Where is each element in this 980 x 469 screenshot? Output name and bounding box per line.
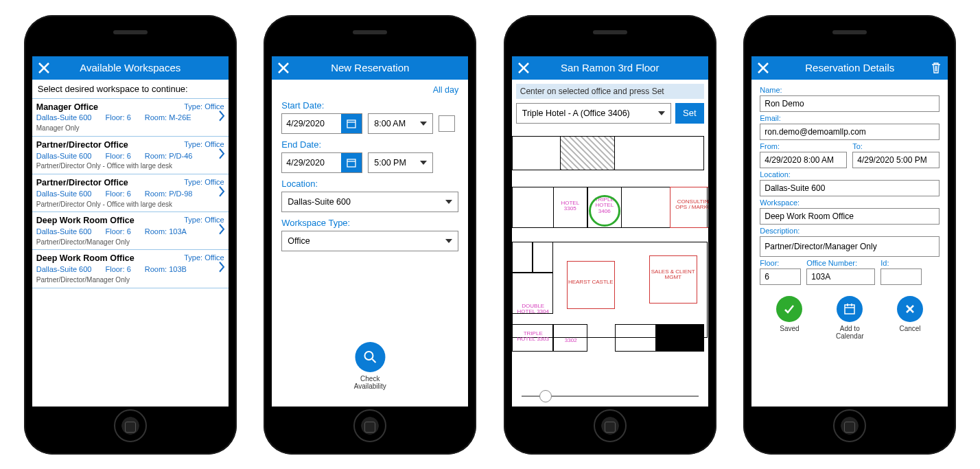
end-time-select[interactable]: 5:00 PM bbox=[368, 152, 433, 173]
id-label: Id: bbox=[880, 259, 922, 267]
id-field[interactable] bbox=[880, 268, 922, 285]
delete-icon[interactable] bbox=[924, 56, 948, 80]
floor-field[interactable] bbox=[760, 268, 801, 285]
workspace-list-item[interactable]: Partner/Director Office Type: Office Dal… bbox=[32, 137, 229, 174]
chevron-down-icon bbox=[420, 122, 427, 126]
chevron-down-icon bbox=[420, 161, 427, 165]
from-field[interactable] bbox=[760, 152, 847, 168]
chevron-right-icon bbox=[218, 185, 226, 201]
workspace-room: Room: 103A bbox=[145, 227, 187, 237]
wstype-label: Workspace Type: bbox=[281, 218, 458, 228]
room-label: HEARST CASTLE bbox=[568, 279, 614, 286]
check-availability-button[interactable]: Check Availability bbox=[354, 342, 386, 390]
location-select[interactable]: Dallas-Suite 600 bbox=[281, 192, 458, 212]
workspace-location: Dallas-Suite 600 bbox=[36, 227, 92, 237]
floor-label: Floor: bbox=[760, 259, 801, 267]
page-title: San Ramon 3rd Floor bbox=[535, 62, 685, 73]
instruction-text: Select desired workspace to continue: bbox=[32, 80, 229, 99]
chevron-right-icon bbox=[218, 261, 226, 277]
close-icon[interactable] bbox=[32, 56, 56, 80]
workspace-name: Manager Office bbox=[36, 102, 98, 113]
workspace-list-item[interactable]: Deep Work Room Office Type: Office Dalla… bbox=[32, 250, 229, 288]
workspace-type-select[interactable]: Office bbox=[281, 231, 458, 251]
workspace-label: Workspace: bbox=[760, 198, 940, 207]
set-button[interactable]: Set bbox=[675, 103, 704, 124]
workspace-floor: Floor: 6 bbox=[105, 264, 130, 275]
workspace-list-item[interactable]: Manager Office Type: Office Dallas-Suite… bbox=[32, 99, 229, 137]
chevron-right-icon bbox=[218, 223, 226, 239]
phone-new-reservation: New Reservation All day Start Date: 4/29… bbox=[264, 15, 476, 455]
workspace-list-item[interactable]: Partner/Director Office Type: Office Dal… bbox=[32, 174, 229, 212]
office-select[interactable]: Triple Hotel - A (Office 3406) bbox=[516, 103, 671, 124]
end-date-input[interactable]: 4/29/2020 bbox=[282, 153, 341, 172]
email-label: Email: bbox=[760, 114, 940, 122]
page-title: Available Workspaces bbox=[56, 62, 205, 73]
workspace-floor: Floor: 6 bbox=[105, 151, 130, 161]
workspace-name: Deep Work Room Office bbox=[36, 253, 135, 264]
page-title: New Reservation bbox=[295, 62, 445, 73]
workspace-floor: Floor: 6 bbox=[105, 113, 130, 123]
workspace-location: Dallas-Suite 600 bbox=[36, 151, 92, 161]
workspace-location: Dallas-Suite 600 bbox=[36, 264, 92, 275]
start-date-input[interactable]: 4/29/2020 bbox=[282, 114, 341, 133]
start-time-select[interactable]: 8:00 AM bbox=[368, 113, 433, 134]
target-ring-icon bbox=[589, 195, 620, 227]
workspace-name: Partner/Director Office bbox=[36, 177, 128, 189]
close-icon[interactable] bbox=[512, 56, 535, 80]
page-title: Reservation Details bbox=[775, 62, 924, 73]
email-field[interactable] bbox=[760, 124, 940, 140]
office-number-label: Office Number: bbox=[806, 259, 875, 267]
name-field[interactable] bbox=[760, 95, 940, 112]
workspace-description: Partner/Director/Manager Only bbox=[36, 238, 224, 247]
saved-button[interactable]: Saved bbox=[776, 296, 802, 340]
workspace-room: Room: P/D-98 bbox=[145, 189, 193, 199]
search-icon bbox=[355, 342, 385, 372]
svg-point-4 bbox=[364, 352, 373, 360]
titlebar: Available Workspaces bbox=[32, 56, 229, 80]
floorplan-hint: Center on selected office and press Set bbox=[516, 84, 704, 99]
add-to-calendar-button[interactable]: Add to Calendar bbox=[836, 296, 864, 340]
description-field[interactable] bbox=[760, 236, 940, 257]
calendar-icon bbox=[837, 296, 863, 322]
phone-reservation-details: Reservation Details Name: Email: From: T… bbox=[743, 15, 956, 455]
floorplan-map[interactable]: HOTEL 3305 TRIPLE HOTEL 3406 CONSULTING … bbox=[512, 128, 708, 407]
workspace-floor: Floor: 6 bbox=[105, 189, 130, 199]
workspace-description: Manager Only bbox=[36, 124, 224, 133]
chevron-right-icon bbox=[218, 109, 226, 125]
allday-label: All day bbox=[433, 85, 459, 95]
office-number-field[interactable] bbox=[806, 268, 875, 285]
allday-checkbox[interactable] bbox=[439, 115, 455, 132]
start-date-label: Start Date: bbox=[281, 100, 458, 111]
workspace-field[interactable] bbox=[760, 208, 940, 225]
workspace-room: Room: P/D-46 bbox=[145, 151, 193, 161]
close-icon[interactable] bbox=[272, 56, 295, 80]
description-label: Description: bbox=[760, 227, 940, 235]
room-label: TRIPLE HOTEL 3303 bbox=[516, 331, 550, 343]
room-label: CONSULTING OPS / MARKET bbox=[671, 199, 708, 211]
workspace-description: Partner/Director Only - Office with larg… bbox=[36, 200, 224, 209]
chevron-down-icon bbox=[445, 239, 452, 243]
room-label: SALES & CLIENT MGMT bbox=[651, 269, 696, 282]
workspace-name: Partner/Director Office bbox=[36, 139, 128, 151]
calendar-icon[interactable] bbox=[341, 114, 362, 133]
svg-rect-6 bbox=[845, 305, 854, 314]
location-label: Location: bbox=[760, 170, 940, 179]
workspace-list-item[interactable]: Deep Work Room Office Type: Office Dalla… bbox=[32, 212, 229, 250]
to-field[interactable] bbox=[852, 152, 940, 168]
zoom-slider-thumb[interactable] bbox=[539, 390, 552, 402]
from-label: From: bbox=[760, 142, 847, 150]
workspace-room: Room: 103B bbox=[145, 264, 187, 275]
phone-available-workspaces: Available Workspaces Select desired work… bbox=[24, 15, 237, 455]
svg-rect-0 bbox=[347, 120, 355, 128]
checkmark-icon bbox=[776, 296, 802, 322]
workspace-room: Room: M-26E bbox=[145, 113, 191, 123]
workspace-floor: Floor: 6 bbox=[105, 227, 130, 237]
location-field[interactable] bbox=[760, 180, 940, 196]
workspace-name: Deep Work Room Office bbox=[36, 215, 135, 227]
chevron-down-icon bbox=[658, 111, 665, 115]
close-icon[interactable] bbox=[751, 56, 775, 80]
workspace-location: Dallas-Suite 600 bbox=[36, 113, 92, 123]
cancel-button[interactable]: Cancel bbox=[897, 296, 923, 340]
location-label: Location: bbox=[281, 179, 458, 189]
calendar-icon[interactable] bbox=[341, 153, 362, 172]
